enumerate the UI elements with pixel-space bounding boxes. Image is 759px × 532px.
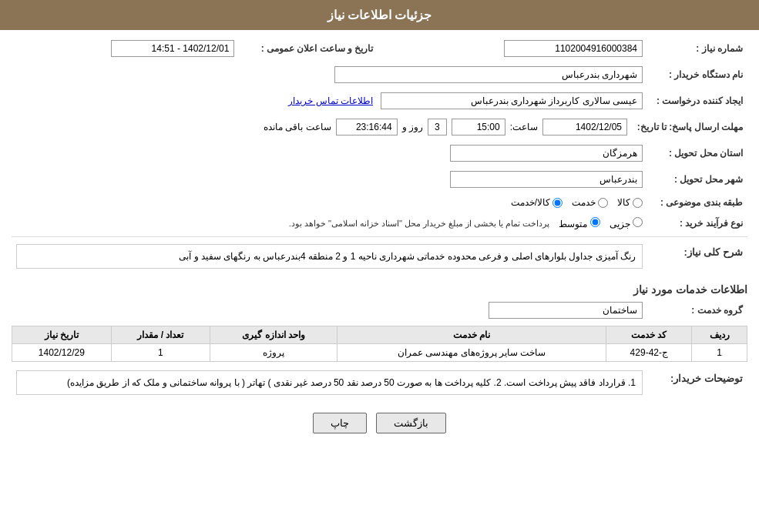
radio-kala[interactable] [633,198,643,208]
buyer-desc-table: توضیحات خریدار: 1. قرارداد فاقد پیش پردا… [12,368,747,403]
remaining-box: 23:16:44 [336,119,398,136]
radio-khedmat-label: خدمت [572,197,608,208]
radio-kala-label: کالا [617,197,643,208]
print-button[interactable]: چاپ [313,413,367,433]
cell-date: 1402/12/29 [12,344,112,362]
city-value: بندرعباس [12,169,647,190]
buyer-desc-value: 1. قرارداد فاقد پیش پرداخت است. 2. کلیه … [12,368,647,403]
radio-kala-khedmat[interactable] [552,198,563,208]
category-label: طبقه بندی موضوعی : [647,195,747,210]
radio-jozei-label: جزیی [610,217,643,229]
city-table: شهر محل تحویل : بندرعباس [12,169,747,190]
radio-motavasset-label: متوسط [559,217,599,229]
buyer-desc-box: 1. قرارداد فاقد پیش پرداخت است. 2. کلیه … [16,370,643,395]
page-wrapper: جزئیات اطلاعات نیاز شماره نیاز : 1102004… [0,0,759,532]
province-label: استان محل تحویل : [647,142,747,164]
creator-box: عیسی سالاری کاربرداز شهرداری بندرعباس [381,92,643,109]
need-desc-text: رنگ آمیزی جداول بلوارهای اصلی و فرعی محد… [179,251,636,262]
main-content: شماره نیاز : 1102004916000384 تاریخ و سا… [0,30,759,450]
time-label: ساعت: [510,122,538,132]
need-desc-label: شرح کلی نیاز: [647,242,747,277]
purchase-type-table: نوع فرآیند خرید : جزیی متوسط پرداخت تمام… [12,215,747,232]
announcement-label: تاریخ و ساعت اعلان عمومی : [239,38,378,59]
org-box: شهرداری بندرعباس [334,66,643,83]
page-header: جزئیات اطلاعات نیاز [0,0,759,30]
need-desc-box: رنگ آمیزی جداول بلوارهای اصلی و فرعی محد… [16,244,643,269]
table-row: 1ج-42-429ساخت سایر پروژه‌های مهندسی عمرا… [12,344,747,362]
cell-code: ج-42-429 [606,344,692,362]
announcement-box: 1402/12/01 - 14:51 [111,40,234,57]
radio-kala-khedmat-label: کالا/خدمت [511,197,563,208]
cell-radif: 1 [692,344,747,362]
service-info-title: اطلاعات خدمات مورد نیاز [12,283,747,296]
org-table: نام دستگاه خریدار : شهرداری بندرعباس [12,64,747,85]
province-table: استان محل تحویل : هرمزگان [12,142,747,164]
button-row: بازگشت چاپ [12,413,747,433]
deadline-values: 1402/12/05 ساعت: 15:00 3 روز و 23:16:44 … [12,116,632,138]
need-desc-value: رنگ آمیزی جداول بلوارهای اصلی و فرعی محد… [12,242,647,277]
creator-value: عیسی سالاری کاربرداز شهرداری بندرعباس اط… [12,90,647,112]
city-box: بندرعباس [450,171,643,188]
purchase-note: پرداخت تمام یا بخشی از مبلغ خریدار محل "… [289,219,550,229]
need-number-label: شماره نیاز : [647,38,747,59]
back-button[interactable]: بازگشت [376,413,446,433]
service-group-table: گروه خدمت : ساختمان [12,299,747,321]
col-date: تاریخ نیاز [12,326,112,344]
buyer-desc-label: توضیحات خریدار: [647,368,747,403]
creator-table: ایجاد کننده درخواست : عیسی سالاری کاربرد… [12,90,747,112]
province-value: هرمزگان [12,142,647,164]
service-group-box: ساختمان [489,302,643,319]
category-radios: کالا خدمت کالا/خدمت [12,195,647,210]
top-info-table: شماره نیاز : 1102004916000384 تاریخ و سا… [12,38,747,59]
col-unit: واحد اندازه گیری [210,326,338,344]
city-label: شهر محل تحویل : [647,169,747,190]
radio-jozei[interactable] [633,217,643,227]
services-table: ردیف کد خدمت نام خدمت واحد اندازه گیری ت… [12,326,747,362]
days-label: روز و [402,122,423,132]
service-group-value: ساختمان [12,299,647,321]
category-table: طبقه بندی موضوعی : کالا خدمت [12,195,747,210]
deadline-date-box: 1402/12/05 [542,119,627,136]
need-number-value: 1102004916000384 [393,38,647,59]
deadline-label: مهلت ارسال پاسخ: تا تاریخ: [632,116,747,138]
announcement-value: 1402/12/01 - 14:51 [12,38,239,59]
cell-count: 1 [111,344,210,362]
col-count: تعداد / مقدار [111,326,210,344]
col-radif: ردیف [692,326,747,344]
col-code: کد خدمت [606,326,692,344]
col-name: نام خدمت [337,326,606,344]
header-title: جزئیات اطلاعات نیاز [327,8,432,22]
deadline-table: مهلت ارسال پاسخ: تا تاریخ: 1402/12/05 سا… [12,116,747,138]
purchase-type-values: جزیی متوسط پرداخت تمام یا بخشی از مبلغ خ… [12,215,647,232]
service-group-label: گروه خدمت : [647,299,747,321]
province-box: هرمزگان [450,145,643,162]
cell-unit: پروژه [210,344,338,362]
remaining-label: ساعت باقی مانده [264,122,331,132]
days-value: 3 [428,119,447,136]
radio-khedmat[interactable] [598,198,608,208]
creator-contact-link[interactable]: اطلاعات تماس خریدار [288,95,373,106]
radio-motavasset[interactable] [590,217,600,227]
deadline-time-box: 15:00 [452,119,505,136]
buyer-desc-text: 1. قرارداد فاقد پیش پرداخت است. 2. کلیه … [67,377,636,388]
creator-label: ایجاد کننده درخواست : [647,90,747,112]
need-desc-table: شرح کلی نیاز: رنگ آمیزی جداول بلوارهای ا… [12,242,747,277]
org-value: شهرداری بندرعباس [12,64,647,85]
org-label: نام دستگاه خریدار : [647,64,747,85]
need-number-box: 1102004916000384 [504,40,643,57]
cell-name: ساخت سایر پروژه‌های مهندسی عمران [337,344,606,362]
purchase-type-label: نوع فرآیند خرید : [647,215,747,232]
